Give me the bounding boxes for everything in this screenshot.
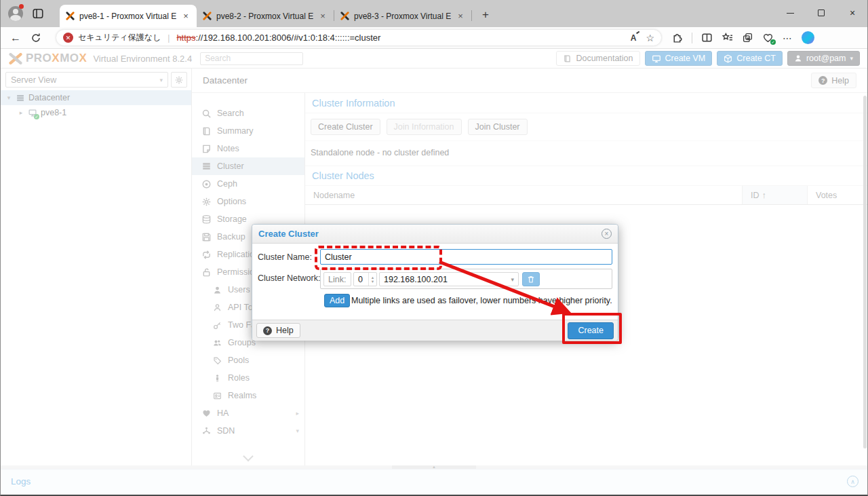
nav-item-search[interactable]: Search	[192, 104, 304, 122]
dialog-title: Create Cluster	[258, 229, 319, 239]
collections-icon[interactable]	[722, 32, 733, 43]
read-aloud-icon[interactable]: A	[631, 33, 637, 43]
chevron-down-icon: ▾	[850, 55, 853, 62]
nav-item-options[interactable]: Options	[192, 193, 304, 210]
expand-right-icon[interactable]: ▸	[296, 410, 299, 417]
dialog-close-icon[interactable]: ×	[601, 229, 612, 239]
dialog-titlebar[interactable]: Create Cluster ×	[252, 225, 618, 244]
duplicate-tab-icon[interactable]	[742, 32, 753, 43]
user-outline-icon	[212, 303, 222, 312]
person-icon	[212, 374, 222, 383]
browser-essentials-icon[interactable]: ✓	[762, 32, 774, 43]
spinner-arrows[interactable]: ▲ ▼	[368, 273, 376, 286]
new-tab-button[interactable]: +	[476, 5, 495, 24]
monitor-icon	[652, 54, 661, 63]
nav-item-ceph[interactable]: Ceph	[192, 175, 304, 193]
tab-title: pve8-2 - Proxmox Virtual Environ	[216, 12, 313, 21]
url-text: ://192.168.100.201:8006/#v1:0:18:4::::::…	[196, 33, 381, 43]
nav-item-pools[interactable]: Pools	[192, 351, 304, 369]
help-button[interactable]: ? Help	[811, 73, 856, 88]
datacenter-icon	[16, 94, 25, 102]
link-address-combo[interactable]: 192.168.100.201 ▾	[379, 272, 519, 286]
tab-pve8-2[interactable]: pve8-2 - Proxmox Virtual Environ ×	[197, 5, 334, 27]
tree-item-pve8-1[interactable]: ▸ ✓ pve8-1	[0, 105, 191, 120]
tree-settings-button[interactable]	[171, 72, 187, 88]
back-button[interactable]: ←	[5, 29, 26, 47]
heartbeat-icon	[201, 408, 212, 418]
column-votes[interactable]: Votes	[807, 186, 868, 204]
node-online-icon: ✓	[34, 114, 39, 119]
toolbar-separator	[692, 33, 692, 43]
nodes-table-header: Nodename ID ↑ Votes	[305, 186, 868, 205]
spin-down-icon[interactable]: ▼	[371, 280, 374, 284]
minimize-button[interactable]	[774, 0, 806, 26]
global-search-input[interactable]	[200, 52, 303, 65]
essentials-check-icon: ✓	[770, 39, 776, 45]
user-menu-button[interactable]: root@pam ▾	[787, 51, 860, 66]
key-icon	[212, 321, 222, 330]
create-cluster-button[interactable]: Create Cluster	[311, 119, 380, 135]
tab-title: pve8-1 - Proxmox Virtual Environ	[79, 12, 176, 21]
link-label: Link:	[323, 272, 351, 286]
scrollbar-thumb[interactable]	[863, 96, 867, 449]
breadcrumb: Datacenter	[203, 75, 248, 85]
tree-collapse-icon[interactable]: ▾	[5, 94, 12, 101]
logs-collapse-icon[interactable]: ∧	[847, 476, 859, 487]
proxmox-favicon	[202, 11, 212, 21]
nav-item-ha[interactable]: HA ▸	[192, 404, 304, 422]
tab-close-icon[interactable]: ×	[455, 11, 466, 21]
not-secure-icon[interactable]: ✕	[63, 33, 73, 43]
delete-link-button[interactable]	[522, 272, 540, 286]
resource-tree-panel: Server View ▾ ▾ Datacenter ▸	[0, 69, 192, 465]
nav-item-sdn[interactable]: SDN ▾	[192, 422, 304, 440]
workspaces-icon[interactable]	[32, 7, 44, 20]
view-selector[interactable]: Server View ▾	[5, 72, 168, 88]
cube-icon	[724, 54, 732, 63]
address-bar[interactable]: ✕ セキュリティ保護なし | https ://192.168.100.201:…	[56, 29, 662, 46]
unlock-icon	[201, 267, 212, 278]
tag-icon	[212, 356, 222, 365]
tab-close-icon[interactable]: ×	[317, 11, 328, 21]
maximize-button[interactable]	[806, 0, 837, 26]
documentation-button[interactable]: Documentation	[556, 51, 639, 66]
create-ct-button[interactable]: Create CT	[717, 51, 783, 66]
trash-icon	[527, 275, 535, 284]
join-cluster-button[interactable]: Join Cluster	[468, 119, 528, 135]
book-icon	[201, 126, 212, 136]
browser-titlebar: pve8-1 - Proxmox Virtual Environ × pve8-…	[0, 0, 868, 27]
cluster-name-input[interactable]	[320, 249, 612, 265]
collapse-down-icon[interactable]: ▾	[296, 427, 299, 434]
close-button[interactable]: ×	[837, 0, 868, 26]
nav-item-notes[interactable]: Notes	[192, 140, 304, 157]
dialog-help-button[interactable]: ? Help	[256, 323, 300, 338]
nav-scroll-more-icon[interactable]	[243, 451, 254, 462]
create-vm-button[interactable]: Create VM	[645, 51, 713, 66]
book-icon	[563, 54, 572, 63]
copilot-icon[interactable]	[802, 31, 814, 44]
tree-expand-icon[interactable]: ▸	[18, 109, 24, 116]
link-number-spinner[interactable]: 0 ▲ ▼	[353, 272, 377, 286]
refresh-button[interactable]	[26, 29, 46, 47]
split-screen-icon[interactable]	[701, 32, 713, 43]
column-nodename[interactable]: Nodename	[305, 186, 742, 204]
logs-title: Logs	[11, 476, 31, 487]
tree-item-datacenter[interactable]: ▾ Datacenter	[0, 90, 191, 105]
dialog-footer: ? Help Create	[252, 320, 618, 341]
maximize-icon	[818, 9, 825, 16]
column-id[interactable]: ID ↑	[742, 186, 807, 204]
dialog-create-button[interactable]: Create	[568, 322, 614, 339]
nav-item-summary[interactable]: Summary	[192, 122, 304, 140]
chevron-down-icon: ▾	[511, 276, 514, 283]
nav-item-cluster[interactable]: Cluster	[192, 157, 304, 175]
tab-pve8-1[interactable]: pve8-1 - Proxmox Virtual Environ ×	[60, 5, 197, 27]
extensions-icon[interactable]	[671, 32, 683, 43]
add-link-button[interactable]: Add	[324, 294, 350, 307]
tab-pve8-3[interactable]: pve8-3 - Proxmox Virtual Environ ×	[334, 5, 471, 27]
replication-icon	[201, 250, 212, 260]
cluster-network-label: Cluster Network:	[258, 273, 320, 283]
favorite-star-icon[interactable]: ☆	[646, 33, 654, 43]
browser-menu-icon[interactable]: ⋯	[783, 33, 793, 43]
nav-item-realms[interactable]: Realms	[192, 387, 304, 404]
nav-item-roles[interactable]: Roles	[192, 369, 304, 387]
tab-close-icon[interactable]: ×	[180, 11, 191, 21]
